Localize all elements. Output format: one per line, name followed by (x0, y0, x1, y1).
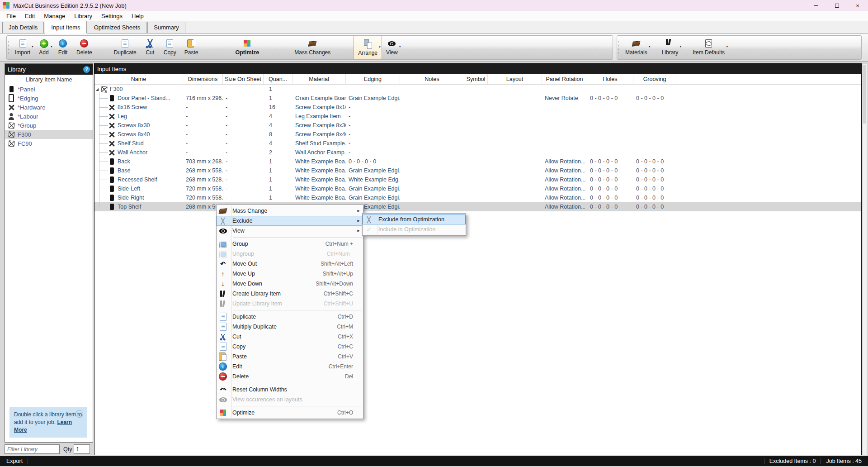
item-defaults-button[interactable]: Item Defaults (689, 36, 729, 59)
F300[interactable]: ◢ F300 1 (94, 85, 861, 94)
Wall Anchor[interactable]: ◢ Wall Anchor - - 2 Wall Anchor Examp...… (94, 148, 861, 157)
input-items-panel: Input Items NameDimensionsSize On SheetQ… (94, 63, 862, 455)
view-button[interactable]: View (382, 36, 402, 59)
size-on-sheet-cell: - (223, 175, 264, 184)
column-header[interactable]: Symbol (464, 74, 488, 84)
tip-close-button[interactable]: x (75, 410, 83, 418)
Base[interactable]: ◢ Base 268 mm x 558... - 1 White Example… (94, 166, 861, 175)
Side-Left[interactable]: ◢ Side-Left 720 mm x 558... - 1 White Ex… (94, 184, 861, 193)
vertical-scrollbar[interactable] (862, 63, 867, 455)
column-header[interactable]: Layout (488, 74, 542, 84)
mass-changes-button[interactable]: Mass Changes (290, 36, 335, 59)
delete-button[interactable]: Delete (72, 36, 96, 59)
Leg[interactable]: ◢ Leg - - 4 Leg Example Item - (94, 112, 861, 121)
close-button[interactable]: × (847, 0, 868, 11)
Screws 8x40[interactable]: ◢ Screws 8x40 - - 8 Screw Example 8x40 - (94, 130, 861, 139)
arrange-button[interactable]: Arrange (354, 36, 382, 59)
Recessed Shelf[interactable]: ◢ Recessed Shelf 268 mm x 528... - 1 Whi… (94, 175, 861, 184)
column-header[interactable]: Name (94, 74, 183, 84)
tab-summary[interactable]: Summary (147, 22, 185, 33)
minimize-button[interactable] (806, 0, 826, 11)
context-menu-item[interactable]: Paste Ctrl+V ▶ (217, 352, 363, 362)
copy-button[interactable]: Copy (160, 36, 180, 59)
context-menu-item[interactable]: Exclude from Optimization ▶ (363, 214, 466, 224)
library-item[interactable]: *Panel (5, 85, 93, 94)
add-button[interactable]: Add (34, 36, 53, 59)
library-item[interactable]: F300 (5, 130, 93, 139)
context-menu-item[interactable]: Update Library Item Ctrl+Shift+U ▶ (217, 299, 363, 309)
column-header[interactable]: Material (292, 74, 346, 84)
column-header[interactable]: Panel Rotation (542, 74, 587, 84)
Screws 8x30[interactable]: ◢ Screws 8x30 - - 4 Screw Example 8x30 - (94, 121, 861, 130)
maximize-button[interactable] (826, 0, 847, 11)
column-header[interactable]: Notes (400, 74, 464, 84)
context-menu-item[interactable]: Multiply Duplicate Ctrl+M ▶ (217, 322, 363, 332)
quantity-cell: 1 (264, 85, 292, 94)
context-menu-item[interactable]: Duplicate Ctrl+D ▶ (217, 312, 363, 322)
column-header[interactable] (676, 74, 861, 84)
context-menu-item[interactable]: Ungroup Ctrl+Num - ▶ (217, 249, 363, 259)
library-item[interactable]: *Edging (5, 94, 93, 103)
context-menu-item[interactable]: Group Ctrl+Num + ▶ (217, 239, 363, 249)
column-header[interactable]: Quan... (264, 74, 292, 84)
menu-manage[interactable]: Manage (39, 12, 70, 20)
Back[interactable]: ◢ Back 703 mm x 268... - 1 White Example… (94, 157, 861, 166)
library-item[interactable]: FC90 (5, 139, 93, 148)
Shelf Stud[interactable]: ◢ Shelf Stud - - 4 Shelf Stud Example...… (94, 139, 861, 148)
toolbar-button-label: Materials (625, 49, 647, 56)
duplicate-button[interactable]: Duplicate (110, 36, 141, 59)
context-menu-item[interactable]: Include in Optimization ▶ (363, 224, 466, 234)
filter-library-input[interactable] (5, 444, 60, 454)
column-header[interactable]: Edging (346, 74, 400, 84)
Side-Right[interactable]: ◢ Side-Right 720 mm x 558... - 1 White E… (94, 193, 861, 202)
context-menu-item[interactable]: Copy Ctrl+C ▶ (217, 342, 363, 352)
expander-icon[interactable]: ◢ (96, 87, 100, 91)
qty-input[interactable] (74, 444, 90, 454)
optimize-button[interactable]: Optimize (231, 36, 263, 59)
context-menu-item[interactable]: View occurences on layouts ▶ (217, 395, 363, 405)
context-menu-item[interactable]: Optimize Ctrl+O ▶ (217, 408, 363, 418)
Door Panel - Stand...[interactable]: ◢ Door Panel - Stand... 716 mm x 296... … (94, 94, 861, 103)
tab-optimized-sheets[interactable]: Optimized Sheets (88, 22, 147, 33)
menu-file[interactable]: File (2, 12, 20, 20)
materials-button[interactable]: Materials (621, 36, 651, 59)
help-icon[interactable]: ? (83, 66, 90, 73)
column-header[interactable]: Holes (587, 74, 633, 84)
scrollbar-thumb[interactable] (863, 65, 866, 124)
name-cell: ◢ Screws 8x40 (94, 130, 183, 139)
paste-button[interactable]: Paste (180, 36, 203, 59)
menu-help[interactable]: Help (127, 12, 148, 20)
library-column-header[interactable]: Library Item Name (5, 75, 93, 85)
context-menu-item[interactable]: Delete Del ▶ (217, 372, 363, 381)
library-item[interactable]: *Group (5, 121, 93, 130)
library-item[interactable]: *Hardware (5, 103, 93, 112)
context-menu-item[interactable]: Edit Ctrl+Enter ▶ (217, 362, 363, 372)
context-menu-item[interactable]: Move Down Shift+Alt+Down ▶ (217, 279, 363, 289)
grooving-cell (633, 121, 676, 130)
menu-edit[interactable]: Edit (20, 12, 39, 20)
library-button[interactable]: Library (658, 36, 683, 59)
Top Shelf[interactable]: ◢ Top Shelf 268 mm x 558... - 1 White Ex… (94, 202, 861, 211)
import-button[interactable]: Import (11, 36, 34, 59)
context-menu-item[interactable]: Exclude ▶ (217, 216, 363, 226)
books-icon (219, 300, 227, 308)
context-menu-item[interactable]: Cut Ctrl+X ▶ (217, 332, 363, 342)
context-menu-item[interactable]: Move Up Shift+Alt+Up ▶ (217, 269, 363, 279)
cut-button[interactable]: Cut (141, 36, 160, 59)
context-menu-item[interactable]: Mass Change ▶ (217, 206, 363, 216)
menu-library[interactable]: Library (70, 12, 97, 20)
context-menu-item[interactable]: Move Out Shift+Alt+Left ▶ (217, 259, 363, 269)
library-item[interactable]: *Labour (5, 112, 93, 121)
context-menu-item[interactable]: Reset Column Widths ▶ (217, 385, 363, 395)
edit-button[interactable]: Edit (53, 36, 72, 59)
context-menu-item[interactable]: Create Library Item Ctrl+Shift+C ▶ (217, 289, 363, 299)
tab-job-details[interactable]: Job Details (2, 22, 44, 33)
column-header[interactable]: Grooving (633, 74, 676, 84)
menu-settings[interactable]: Settings (97, 12, 127, 20)
export-button[interactable]: Export (6, 458, 23, 464)
tab-input-items[interactable]: Input Items (45, 21, 86, 33)
8x16 Screw[interactable]: ◢ 8x16 Screw - - 16 Screw Example 8x16 - (94, 103, 861, 112)
column-header[interactable]: Size On Sheet (223, 74, 264, 84)
context-menu-item[interactable]: View ▶ (217, 226, 363, 236)
column-header[interactable]: Dimensions (183, 74, 223, 84)
